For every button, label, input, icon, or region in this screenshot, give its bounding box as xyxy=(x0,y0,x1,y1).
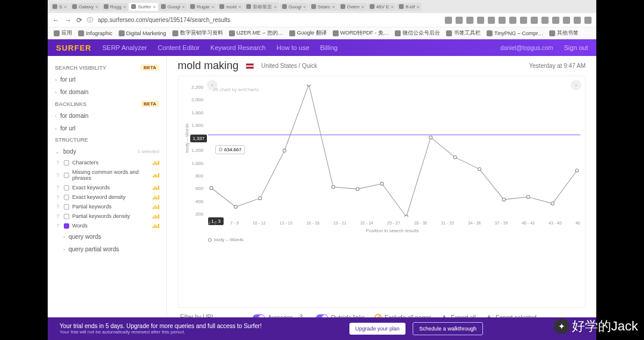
reload-icon[interactable]: ⟳ xyxy=(76,16,82,24)
checkbox[interactable] xyxy=(64,223,69,229)
extension-icon[interactable] xyxy=(574,17,581,24)
close-icon[interactable]: × xyxy=(182,4,185,10)
sidebar-subitem[interactable]: ›query words xyxy=(48,230,166,243)
checkbox[interactable] xyxy=(64,173,69,178)
sidebar-item[interactable]: ›for domain xyxy=(48,86,166,98)
nav-item[interactable]: Billing xyxy=(320,44,338,51)
browser-tab[interactable]: 48V E× xyxy=(367,3,396,11)
help-icon[interactable]: ? xyxy=(55,194,61,200)
bookmark-item[interactable]: WORD转PDF - 免… xyxy=(333,29,389,37)
selected-count: 1 selected xyxy=(138,149,159,154)
schedule-button[interactable]: Schedule a walkthrough xyxy=(413,322,483,335)
upgrade-button[interactable]: Upgrade your plan xyxy=(349,323,405,335)
bookmark-icon xyxy=(549,30,555,36)
nav-item[interactable]: Content Editor xyxy=(157,44,199,51)
close-icon[interactable]: × xyxy=(391,4,394,10)
close-icon[interactable]: × xyxy=(95,4,98,10)
sidebar-metric-row[interactable]: ?Exact keywords xyxy=(48,183,166,192)
close-icon[interactable]: × xyxy=(153,4,156,10)
sidebar-metric-row[interactable]: ?Characters xyxy=(48,158,166,167)
bookmark-item[interactable]: 其他书签 xyxy=(549,29,578,37)
close-icon[interactable]: × xyxy=(212,4,215,10)
extension-icon[interactable] xyxy=(531,17,538,24)
svg-point-14 xyxy=(551,202,554,205)
nav-item[interactable]: How to use xyxy=(277,44,309,51)
browser-tab[interactable]: Searc× xyxy=(309,3,338,11)
browser-tab[interactable]: Surfer× xyxy=(129,3,157,11)
close-icon[interactable]: × xyxy=(64,4,67,10)
close-icon[interactable]: × xyxy=(332,4,335,10)
url-text[interactable]: app.surferseo.com/queries/195174/search_… xyxy=(98,17,440,23)
tooltip: 634.667 xyxy=(215,145,245,154)
browser-tab[interactable]: S× xyxy=(50,3,69,11)
flag-icon xyxy=(246,63,254,69)
sparkline-icon xyxy=(153,204,159,209)
browser-tab[interactable]: Googl× xyxy=(159,3,187,11)
extension-icon[interactable] xyxy=(584,17,592,24)
checkbox[interactable] xyxy=(64,214,69,219)
help-icon[interactable]: ? xyxy=(55,223,61,229)
extension-icon[interactable] xyxy=(477,17,484,24)
sidebar-item[interactable]: ›for url xyxy=(48,122,166,135)
checkbox[interactable] xyxy=(64,195,69,200)
bookmark-item[interactable]: Digital Marketing xyxy=(119,30,166,36)
sidebar-structure-body[interactable]: ⌄body1 selected xyxy=(48,145,166,158)
bookmark-item[interactable]: 数字营销学习资料 xyxy=(172,29,223,37)
sidebar-metric-row[interactable]: ?Partial keywords xyxy=(48,202,166,211)
bookmark-item[interactable]: 应用 xyxy=(54,29,72,37)
extension-icon[interactable] xyxy=(456,17,463,24)
help-icon[interactable]: ? xyxy=(55,160,61,166)
extension-icon[interactable] xyxy=(509,17,516,24)
svg-point-0 xyxy=(210,186,213,189)
close-icon[interactable]: × xyxy=(123,4,126,10)
close-icon[interactable]: × xyxy=(239,4,242,10)
browser-tab[interactable]: tf-idf× xyxy=(397,3,422,11)
logo[interactable]: SURFER xyxy=(56,43,91,52)
extension-icon[interactable] xyxy=(445,17,452,24)
browser-tab[interactable]: 新标签页× xyxy=(244,2,279,11)
checkbox[interactable] xyxy=(64,185,69,191)
extension-icon[interactable] xyxy=(520,17,527,24)
extension-icon[interactable] xyxy=(541,17,549,24)
bookmark-item[interactable]: UZER.ME -- 您的… xyxy=(229,29,284,37)
extension-icon[interactable] xyxy=(466,17,473,24)
bookmark-item[interactable]: TinyPNG – Compr… xyxy=(487,30,543,36)
sidebar-item[interactable]: ›for url xyxy=(48,73,166,86)
bookmark-item[interactable]: Google 翻译 xyxy=(289,29,327,37)
sidebar-item[interactable]: ›for domain xyxy=(48,110,166,122)
sidebar-metric-row[interactable]: ?Missing common words and phrases xyxy=(48,167,166,183)
help-icon[interactable]: ? xyxy=(55,185,61,191)
browser-tab[interactable]: Rugg× xyxy=(101,3,129,11)
sidebar-metric-row[interactable]: ?Exact keyword density xyxy=(48,192,166,202)
checkbox[interactable] xyxy=(64,160,69,166)
extension-icon[interactable] xyxy=(563,17,570,24)
sidebar-metric-row[interactable]: ?Partial keywords density xyxy=(48,211,166,221)
close-icon[interactable]: × xyxy=(417,4,420,10)
browser-tab[interactable]: Rugar× xyxy=(188,3,216,11)
sidebar-metric-row[interactable]: ?Words xyxy=(48,221,166,230)
sidebar-subitem[interactable]: ›query partial words xyxy=(48,243,166,255)
close-icon[interactable]: × xyxy=(303,4,306,10)
extension-icon[interactable] xyxy=(499,17,506,24)
close-icon[interactable]: × xyxy=(274,4,277,10)
nav-item[interactable]: Keyword Research xyxy=(210,44,266,51)
help-icon[interactable]: ? xyxy=(55,172,61,178)
help-icon[interactable]: ? xyxy=(55,204,61,210)
signout-link[interactable]: Sign out xyxy=(564,44,588,51)
browser-tab[interactable]: Galaxy× xyxy=(70,3,101,11)
browser-tab[interactable]: Overv× xyxy=(338,3,367,11)
help-icon[interactable]: ? xyxy=(55,213,61,219)
browser-tab[interactable]: Googl× xyxy=(280,3,308,11)
extension-icon[interactable] xyxy=(552,17,559,24)
forward-icon[interactable]: → xyxy=(64,16,72,24)
bookmark-item[interactable]: 微信公众号后台 xyxy=(395,29,440,37)
bookmark-item[interactable]: Infographic xyxy=(78,30,113,36)
extension-icon[interactable] xyxy=(488,17,495,24)
browser-tab[interactable]: mold× xyxy=(217,3,243,11)
close-icon[interactable]: × xyxy=(361,4,364,10)
nav-item[interactable]: SERP Analyzer xyxy=(102,44,147,51)
checkbox[interactable] xyxy=(64,204,69,210)
bookmark-item[interactable]: 书签工具栏 xyxy=(446,29,481,37)
back-icon[interactable]: ← xyxy=(52,16,60,24)
legend-marker-icon xyxy=(208,238,212,242)
